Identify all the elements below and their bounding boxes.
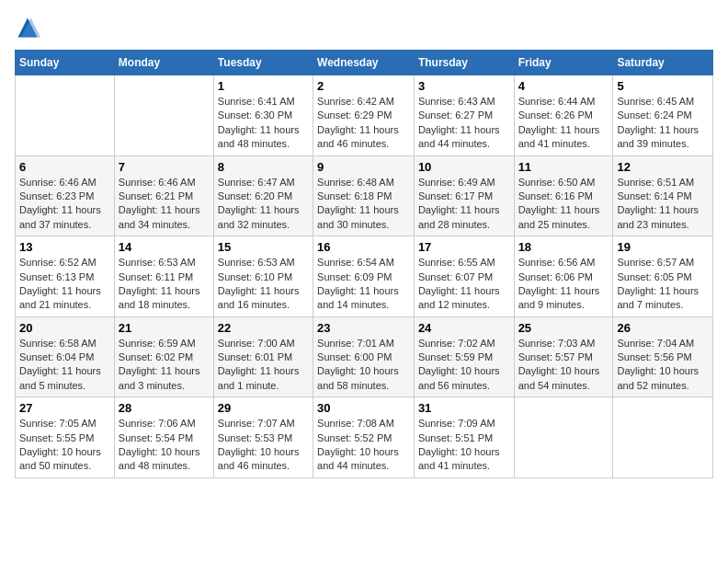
day-number: 19	[617, 240, 709, 254]
day-number: 14	[119, 240, 210, 254]
calendar-cell: 26Sunrise: 7:04 AM Sunset: 5:56 PM Dayli…	[613, 316, 713, 397]
day-number: 5	[617, 79, 709, 93]
day-info: Sunrise: 6:55 AM Sunset: 6:07 PM Dayligh…	[418, 257, 500, 310]
day-info: Sunrise: 6:41 AM Sunset: 6:30 PM Dayligh…	[218, 96, 300, 149]
calendar-cell: 3Sunrise: 6:43 AM Sunset: 6:27 PM Daylig…	[414, 75, 514, 156]
calendar-cell: 4Sunrise: 6:44 AM Sunset: 6:26 PM Daylig…	[514, 75, 613, 156]
day-info: Sunrise: 6:53 AM Sunset: 6:11 PM Dayligh…	[119, 257, 200, 310]
day-header-monday: Monday	[114, 51, 213, 75]
calendar-cell: 19Sunrise: 6:57 AM Sunset: 6:05 PM Dayli…	[613, 236, 713, 317]
calendar-cell: 27Sunrise: 7:05 AM Sunset: 5:55 PM Dayli…	[16, 397, 115, 478]
calendar-cell: 5Sunrise: 6:45 AM Sunset: 6:24 PM Daylig…	[613, 75, 713, 156]
day-info: Sunrise: 6:59 AM Sunset: 6:02 PM Dayligh…	[119, 338, 200, 391]
day-number: 26	[617, 321, 709, 335]
day-number: 6	[19, 160, 110, 174]
calendar-cell: 23Sunrise: 7:01 AM Sunset: 6:00 PM Dayli…	[313, 316, 415, 397]
day-number: 9	[317, 160, 410, 174]
calendar-cell: 15Sunrise: 6:53 AM Sunset: 6:10 PM Dayli…	[213, 236, 313, 317]
day-number: 13	[19, 240, 110, 254]
day-info: Sunrise: 6:48 AM Sunset: 6:18 PM Dayligh…	[317, 177, 399, 230]
calendar-table: SundayMondayTuesdayWednesdayThursdayFrid…	[15, 50, 713, 478]
calendar-cell: 14Sunrise: 6:53 AM Sunset: 6:11 PM Dayli…	[114, 236, 213, 317]
calendar-week-2: 6Sunrise: 6:46 AM Sunset: 6:23 PM Daylig…	[16, 155, 713, 236]
calendar-cell: 1Sunrise: 6:41 AM Sunset: 6:30 PM Daylig…	[213, 75, 313, 156]
calendar-cell: 24Sunrise: 7:02 AM Sunset: 5:59 PM Dayli…	[414, 316, 514, 397]
day-info: Sunrise: 7:03 AM Sunset: 5:57 PM Dayligh…	[518, 338, 600, 391]
day-info: Sunrise: 6:46 AM Sunset: 6:23 PM Dayligh…	[19, 177, 101, 230]
calendar-cell: 12Sunrise: 6:51 AM Sunset: 6:14 PM Dayli…	[613, 155, 713, 236]
calendar-cell: 9Sunrise: 6:48 AM Sunset: 6:18 PM Daylig…	[313, 155, 415, 236]
calendar-cell: 11Sunrise: 6:50 AM Sunset: 6:16 PM Dayli…	[514, 155, 613, 236]
logo-icon	[15, 15, 40, 40]
day-info: Sunrise: 6:45 AM Sunset: 6:24 PM Dayligh…	[617, 96, 699, 149]
calendar-cell: 29Sunrise: 7:07 AM Sunset: 5:53 PM Dayli…	[213, 397, 313, 478]
day-number: 3	[418, 79, 510, 93]
day-number: 17	[418, 240, 510, 254]
calendar-cell: 20Sunrise: 6:58 AM Sunset: 6:04 PM Dayli…	[16, 316, 115, 397]
day-number: 23	[317, 321, 410, 335]
day-header-saturday: Saturday	[613, 51, 713, 75]
day-number: 29	[218, 401, 309, 415]
calendar-week-1: 1Sunrise: 6:41 AM Sunset: 6:30 PM Daylig…	[16, 75, 713, 156]
day-info: Sunrise: 7:02 AM Sunset: 5:59 PM Dayligh…	[418, 338, 500, 391]
calendar-cell	[514, 397, 613, 478]
day-number: 25	[518, 321, 609, 335]
calendar-cell: 13Sunrise: 6:52 AM Sunset: 6:13 PM Dayli…	[16, 236, 115, 317]
calendar-cell: 6Sunrise: 6:46 AM Sunset: 6:23 PM Daylig…	[16, 155, 115, 236]
day-number: 11	[518, 160, 609, 174]
day-header-sunday: Sunday	[16, 51, 115, 75]
logo	[15, 15, 44, 40]
day-info: Sunrise: 7:01 AM Sunset: 6:00 PM Dayligh…	[317, 338, 399, 391]
day-header-thursday: Thursday	[414, 51, 514, 75]
day-info: Sunrise: 6:42 AM Sunset: 6:29 PM Dayligh…	[317, 96, 399, 149]
day-info: Sunrise: 6:43 AM Sunset: 6:27 PM Dayligh…	[418, 96, 500, 149]
day-number: 4	[518, 79, 609, 93]
day-info: Sunrise: 6:52 AM Sunset: 6:13 PM Dayligh…	[19, 257, 101, 310]
calendar-week-5: 27Sunrise: 7:05 AM Sunset: 5:55 PM Dayli…	[16, 397, 713, 478]
day-info: Sunrise: 6:46 AM Sunset: 6:21 PM Dayligh…	[119, 177, 200, 230]
calendar-cell	[114, 75, 213, 156]
day-info: Sunrise: 7:07 AM Sunset: 5:53 PM Dayligh…	[218, 418, 300, 471]
calendar-cell: 17Sunrise: 6:55 AM Sunset: 6:07 PM Dayli…	[414, 236, 514, 317]
day-number: 18	[518, 240, 609, 254]
calendar-week-4: 20Sunrise: 6:58 AM Sunset: 6:04 PM Dayli…	[16, 316, 713, 397]
day-header-wednesday: Wednesday	[313, 51, 415, 75]
day-info: Sunrise: 6:54 AM Sunset: 6:09 PM Dayligh…	[317, 257, 399, 310]
calendar-cell: 7Sunrise: 6:46 AM Sunset: 6:21 PM Daylig…	[114, 155, 213, 236]
page-header	[15, 15, 713, 40]
day-info: Sunrise: 7:08 AM Sunset: 5:52 PM Dayligh…	[317, 418, 399, 471]
day-info: Sunrise: 7:04 AM Sunset: 5:56 PM Dayligh…	[617, 338, 699, 391]
day-header-friday: Friday	[514, 51, 613, 75]
day-number: 10	[418, 160, 510, 174]
day-info: Sunrise: 7:05 AM Sunset: 5:55 PM Dayligh…	[19, 418, 101, 471]
calendar-cell: 2Sunrise: 6:42 AM Sunset: 6:29 PM Daylig…	[313, 75, 415, 156]
calendar-cell	[16, 75, 115, 156]
day-number: 22	[218, 321, 309, 335]
day-info: Sunrise: 6:49 AM Sunset: 6:17 PM Dayligh…	[418, 177, 500, 230]
day-number: 16	[317, 240, 410, 254]
day-info: Sunrise: 6:58 AM Sunset: 6:04 PM Dayligh…	[19, 338, 101, 391]
calendar-cell: 18Sunrise: 6:56 AM Sunset: 6:06 PM Dayli…	[514, 236, 613, 317]
calendar-cell: 8Sunrise: 6:47 AM Sunset: 6:20 PM Daylig…	[213, 155, 313, 236]
day-number: 21	[119, 321, 210, 335]
day-number: 31	[418, 401, 510, 415]
day-number: 28	[119, 401, 210, 415]
day-info: Sunrise: 6:57 AM Sunset: 6:05 PM Dayligh…	[617, 257, 699, 310]
day-number: 20	[19, 321, 110, 335]
calendar-cell: 25Sunrise: 7:03 AM Sunset: 5:57 PM Dayli…	[514, 316, 613, 397]
day-info: Sunrise: 7:09 AM Sunset: 5:51 PM Dayligh…	[418, 418, 500, 471]
calendar-cell: 10Sunrise: 6:49 AM Sunset: 6:17 PM Dayli…	[414, 155, 514, 236]
day-info: Sunrise: 6:53 AM Sunset: 6:10 PM Dayligh…	[218, 257, 300, 310]
calendar-header-row: SundayMondayTuesdayWednesdayThursdayFrid…	[16, 51, 713, 75]
day-number: 7	[119, 160, 210, 174]
day-info: Sunrise: 7:00 AM Sunset: 6:01 PM Dayligh…	[218, 338, 300, 391]
day-number: 8	[218, 160, 309, 174]
day-number: 1	[218, 79, 309, 93]
day-info: Sunrise: 6:50 AM Sunset: 6:16 PM Dayligh…	[518, 177, 600, 230]
calendar-cell: 21Sunrise: 6:59 AM Sunset: 6:02 PM Dayli…	[114, 316, 213, 397]
calendar-cell: 28Sunrise: 7:06 AM Sunset: 5:54 PM Dayli…	[114, 397, 213, 478]
day-number: 27	[19, 401, 110, 415]
day-info: Sunrise: 6:47 AM Sunset: 6:20 PM Dayligh…	[218, 177, 300, 230]
day-info: Sunrise: 6:44 AM Sunset: 6:26 PM Dayligh…	[518, 96, 600, 149]
day-header-tuesday: Tuesday	[213, 51, 313, 75]
